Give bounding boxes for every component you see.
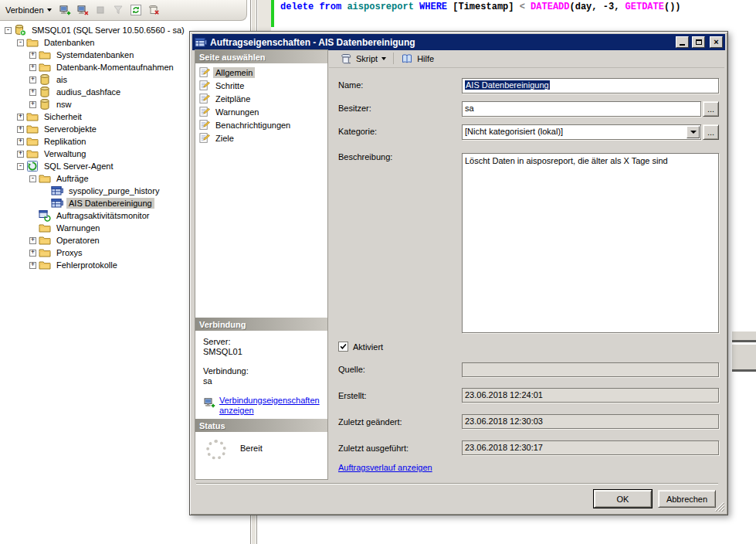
tree-item-label[interactable]: SMSQL01 (SQL Server 10.50.6560 - sa): [29, 25, 187, 36]
plus-expander-icon[interactable]: +: [29, 237, 36, 244]
job-history-link[interactable]: Auftragsverlauf anzeigen: [338, 463, 432, 472]
status-section: Bereit: [195, 432, 327, 479]
tree-item-label[interactable]: Operatoren: [54, 235, 102, 246]
tree-item-label[interactable]: AIS Datenbereinigung: [66, 198, 154, 209]
tree-item-label[interactable]: Verwaltung: [42, 148, 88, 159]
minimize-icon: [680, 44, 685, 46]
name-label: Name:: [338, 80, 363, 90]
page-label[interactable]: Ziele: [213, 133, 236, 144]
dialog-titlebar[interactable]: Auftragseigenschaften - AIS Datenbereini…: [192, 34, 725, 50]
page-label[interactable]: Benachrichtigungen: [213, 120, 293, 131]
plus-expander-icon[interactable]: +: [17, 126, 24, 133]
cancel-button[interactable]: Abbrechen: [658, 490, 716, 508]
database-icon: [39, 73, 51, 86]
sidebar-page-ziele[interactable]: Ziele: [195, 131, 327, 144]
minus-expander-icon[interactable]: -: [17, 163, 24, 170]
plus-expander-icon[interactable]: +: [17, 138, 24, 145]
tree-item-label[interactable]: audius_dashface: [54, 87, 123, 97]
status-header: Status: [195, 419, 327, 432]
tree-item-label[interactable]: syspolicy_purge_history: [66, 185, 161, 196]
refresh-icon[interactable]: [128, 2, 144, 19]
minus-expander-icon[interactable]: -: [17, 39, 24, 46]
description-textarea[interactable]: Löscht Daten in aisposreport, die älter …: [462, 153, 719, 333]
plus-expander-icon[interactable]: +: [29, 89, 36, 96]
server-icon: [14, 24, 26, 36]
maximize-button[interactable]: [692, 36, 705, 48]
close-button[interactable]: ×: [710, 36, 723, 48]
dropdown-button[interactable]: [687, 126, 700, 138]
plus-expander-icon[interactable]: +: [29, 250, 36, 257]
sidebar-page-schritte[interactable]: Schritte: [195, 79, 327, 92]
connect-dropdown-button[interactable]: Verbinden: [2, 4, 55, 16]
plus-expander-icon[interactable]: +: [29, 76, 36, 83]
name-input[interactable]: AIS Datenbereinigung: [462, 78, 719, 94]
monitor-icon: [39, 209, 51, 222]
plus-expander-icon[interactable]: +: [17, 114, 24, 121]
tree-item-label[interactable]: Datenbank-Momentaufnahmen: [54, 62, 176, 73]
tree-item-label[interactable]: Fehlerprotokolle: [54, 260, 120, 270]
tree-item-label[interactable]: nsw: [54, 99, 74, 110]
sql-token: [Timestamp]: [453, 2, 519, 12]
page-label[interactable]: Allgemein: [213, 67, 255, 78]
help-button[interactable]: Hilfe: [396, 51, 439, 66]
view-connection-properties-link[interactable]: Verbindungseigenschaften anzeigen: [219, 396, 324, 416]
connect-icon[interactable]: [57, 2, 73, 19]
expander-spacer: [29, 212, 36, 219]
plus-expander-icon[interactable]: +: [29, 64, 36, 71]
sql-query-text[interactable]: delete from aisposreport WHERE [Timestam…: [280, 2, 681, 12]
tree-item-label[interactable]: Datenbanken: [42, 37, 97, 48]
sql-token: (day, -3,: [570, 2, 625, 12]
database-icon: [39, 98, 51, 110]
minimize-button[interactable]: [676, 36, 689, 48]
executed-value: 23.06.2018 12:30:17: [462, 440, 719, 455]
sidebar-page-benachrichtigungen[interactable]: Benachrichtigungen: [195, 118, 327, 131]
tree-item-label[interactable]: Serverobjekte: [42, 124, 99, 134]
tree-item-label[interactable]: Systemdatenbanken: [54, 49, 136, 60]
minus-expander-icon[interactable]: -: [29, 175, 36, 182]
agent-icon: [26, 160, 39, 172]
category-select[interactable]: [Nicht kategorisiert (lokal)]: [462, 124, 701, 140]
sidebar-page-zeitpläne[interactable]: Zeitpläne: [195, 92, 327, 105]
page-label[interactable]: Schritte: [213, 80, 246, 91]
tree-item-label[interactable]: Warnungen: [54, 223, 102, 233]
maximize-icon: [696, 39, 702, 45]
category-browse-button[interactable]: ...: [703, 124, 719, 140]
sidebar-page-allgemein[interactable]: Allgemein: [195, 66, 327, 79]
tree-item-label[interactable]: Replikation: [42, 136, 88, 147]
plus-expander-icon[interactable]: +: [17, 151, 24, 158]
folder-icon: [26, 110, 39, 123]
script-button[interactable]: Skript: [335, 51, 391, 66]
script-icon: [340, 53, 352, 65]
tree-item-label[interactable]: Aufträge: [54, 173, 91, 184]
owner-browse-button[interactable]: ...: [703, 101, 719, 117]
stop-icon: [93, 2, 109, 19]
minus-expander-icon[interactable]: -: [5, 27, 12, 34]
resize-grip[interactable]: [714, 502, 724, 512]
plus-expander-icon[interactable]: +: [29, 101, 36, 108]
page-label[interactable]: Warnungen: [213, 107, 261, 117]
ok-button[interactable]: OK: [594, 490, 652, 508]
page-label[interactable]: Zeitpläne: [213, 94, 253, 104]
plus-expander-icon[interactable]: +: [29, 52, 36, 59]
toolbar-separator: [393, 53, 394, 64]
folder-icon: [39, 172, 51, 185]
dialog-sidebar: Seite auswählen AllgemeinSchritteZeitplä…: [195, 49, 328, 480]
tree-item-label[interactable]: SQL Server-Agent: [42, 161, 115, 172]
close-icon: ×: [714, 38, 718, 46]
created-label: Erstellt:: [338, 391, 367, 400]
owner-input[interactable]: sa: [462, 101, 701, 117]
progress-spinner-icon: [206, 440, 226, 460]
tree-item-label[interactable]: Auftragsaktivitätsmonitor: [54, 210, 151, 221]
script-del-icon[interactable]: [146, 2, 162, 19]
sql-token: GETDATE: [625, 2, 664, 12]
tree-item-label[interactable]: Proxys: [54, 247, 85, 258]
enabled-checkbox[interactable]: [338, 342, 348, 352]
sql-token: ()): [664, 2, 681, 12]
plus-expander-icon[interactable]: +: [29, 262, 36, 269]
tree-item-label[interactable]: Sicherheit: [42, 111, 84, 122]
disconnect-icon[interactable]: [75, 2, 91, 19]
sidebar-page-warnungen[interactable]: Warnungen: [195, 105, 327, 118]
job-icon: [195, 36, 207, 49]
connect-label: Verbinden: [5, 5, 44, 15]
tree-item-label[interactable]: ais: [54, 74, 69, 85]
